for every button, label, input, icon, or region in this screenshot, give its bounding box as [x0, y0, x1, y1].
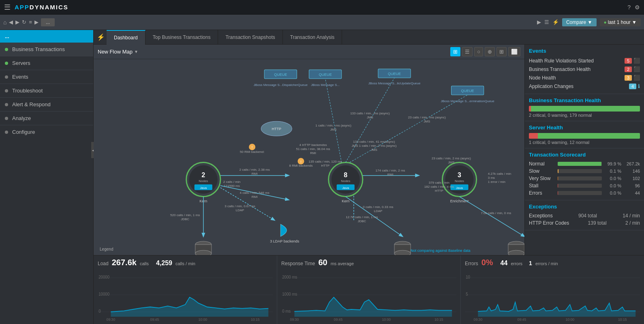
very-slow-bar-cell	[558, 176, 602, 180]
flow-gear-icon-btn[interactable]: ○	[474, 47, 483, 56]
scorecard-row-normal: Normal 99.9 % 267.2k	[529, 160, 640, 167]
svg-text:HTTP: HTTP	[272, 127, 282, 131]
grid-icon[interactable]: ☰	[544, 19, 549, 25]
errors-sub-label2: errors / min	[535, 261, 558, 266]
svg-text:4 HTTP backendss: 4 HTTP backendss	[300, 143, 327, 147]
sidebar-analyze-label: Analyze	[12, 115, 31, 121]
svg-text:3: 3	[458, 171, 461, 178]
tab-analysis[interactable]: Transaction Analysis	[283, 30, 342, 45]
svg-text:09:45: 09:45	[334, 317, 343, 322]
sidebar-item-alert[interactable]: Alert & Respond	[0, 98, 93, 111]
menu-nav-icon[interactable]: ≡	[29, 19, 32, 25]
svg-text:Kern: Kern	[342, 199, 349, 203]
flow-cluster-icon-btn[interactable]: ⊕	[485, 47, 495, 56]
topbar: ☰ APPDYNAMICS ? ⚙	[0, 0, 644, 15]
settings-icon[interactable]: ⚙	[635, 4, 640, 11]
http-errors-rate: 2 / min	[625, 220, 640, 226]
scorecard-row-slow: Slow 0.1 % 146	[529, 167, 640, 175]
tab-top-bt[interactable]: Top Business Transactions	[145, 30, 218, 45]
event-nh-icon: ⬛	[633, 75, 640, 81]
svg-text:JBoss Message S...: JBoss Message S...	[311, 83, 340, 87]
flow-map-svg: QUEUE QUEUE QUEUE QUEUE JBoss Message S.…	[94, 59, 524, 255]
sidebar-item-configure[interactable]: Configure	[0, 125, 93, 139]
bt-health-section: Business Transaction Health 2 critical, …	[525, 94, 644, 121]
time-label: last 1 hour ▼	[608, 19, 637, 25]
slow-count: 146	[621, 169, 640, 174]
svg-text:RMI: RMI	[252, 195, 258, 199]
event-bth-icon: ⬛	[633, 66, 640, 72]
back-icon[interactable]: ◀	[9, 19, 13, 25]
load-panel: Load 267.6k calls 4,259 calls / min 2000…	[94, 255, 277, 324]
load-unit: calls	[140, 261, 149, 266]
svg-text:JMS: JMS	[371, 148, 377, 152]
errors-sub-value1: 44	[501, 260, 508, 267]
svg-point-95	[195, 250, 212, 255]
time-selector[interactable]: ● last 1 hour ▼	[600, 18, 641, 26]
svg-text:QUEUE: QUEUE	[319, 73, 332, 77]
sidebar-item-analyze[interactable]: Analyze	[0, 112, 93, 125]
svg-text:Nodes: Nodes	[455, 179, 464, 183]
svg-text:1 error / min: 1 error / min	[488, 180, 505, 184]
svg-text:JMS: JMS	[448, 161, 454, 164]
svg-text:23 calls / min, 2 ms (async): 23 calls / min, 2 ms (async)	[432, 157, 471, 160]
svg-text:10:00: 10:00	[565, 317, 574, 322]
flow-expand-icon-btn[interactable]: ⊞	[496, 47, 507, 56]
home-icon[interactable]: ⌂	[3, 19, 6, 26]
breadcrumb[interactable]: ...	[41, 18, 55, 26]
stall-bar-fill	[558, 184, 558, 188]
svg-text:23 calls / min, -ms (async): 23 calls / min, -ms (async)	[408, 116, 446, 119]
menu-icon[interactable]: ☰	[4, 3, 11, 12]
event-hrv-count: 5	[625, 58, 632, 64]
bottom-metrics: Load 267.6k calls 4,259 calls / min 2000…	[94, 255, 644, 324]
sidebar-item-events[interactable]: Events	[0, 70, 93, 84]
tab-snapshots[interactable]: Transaction Snapshots	[218, 30, 282, 45]
compare-button[interactable]: Compare ▼	[562, 18, 597, 26]
server-health-bar	[529, 133, 640, 139]
right-panel: Events Health Rule Violations Started 5 …	[524, 45, 644, 255]
sidebar-item-servers[interactable]: Servers	[0, 56, 93, 70]
svg-text:LDAP: LDAP	[236, 208, 244, 212]
svg-text:JBoss Message S...erminationQu: JBoss Message S...erminationQueue	[441, 99, 494, 103]
flow-table-icon-btn[interactable]: ☰	[462, 47, 473, 56]
tab-bar: ⚡ Dashboard Top Business Transactions Tr…	[94, 30, 644, 45]
flow-title-dropdown[interactable]: New Flow Map ▼	[98, 49, 138, 55]
svg-text:Java: Java	[456, 186, 463, 190]
lightning-icon: ⚡	[97, 33, 105, 41]
event-hrv-icon: ⬛	[633, 58, 640, 64]
svg-text:10:15: 10:15	[434, 317, 443, 322]
sidebar-bt-label: Business Transactions	[12, 46, 65, 52]
event-row-4[interactable]: Application Changes 4 ℹ	[529, 82, 640, 90]
sidebar-servers-label: Servers	[12, 60, 30, 66]
svg-text:10:00: 10:00	[198, 317, 207, 322]
event-row-3[interactable]: Node Health 3 ⬛	[529, 73, 640, 82]
svg-text:Legend: Legend	[100, 247, 113, 251]
sidebar-item-troubleshoot[interactable]: Troubleshoot	[0, 84, 93, 97]
event-row-1[interactable]: Health Rule Violations Started 5 ⬛	[529, 56, 640, 65]
sidebar-top-item[interactable]: ...	[0, 30, 93, 43]
exceptions-section: Exceptions Exceptions 904 total 14 / min…	[525, 200, 644, 230]
errors-bar-cell	[558, 191, 602, 195]
svg-text:JMS: JMS	[330, 128, 337, 131]
svg-text:09:45: 09:45	[150, 317, 159, 322]
errors-sub-value2: 1	[529, 260, 532, 266]
svg-text:HTTP: HTTP	[435, 189, 443, 193]
help-icon[interactable]: ?	[627, 4, 631, 11]
svg-text:RMI: RMI	[310, 151, 316, 155]
flow-fullscreen-icon-btn[interactable]: ⬜	[508, 47, 520, 56]
flow-select-icon-btn[interactable]: ⊞	[450, 47, 460, 56]
svg-text:QUEUE: QUEUE	[388, 72, 401, 76]
tab-dashboard[interactable]: Dashboard	[107, 30, 145, 45]
clock-icon: ●	[604, 19, 607, 25]
event-row-2[interactable]: Business Transaction Health 2 ⬛	[529, 65, 640, 73]
event-ac-label: Application Changes	[529, 84, 573, 89]
forward-icon[interactable]: ▶	[15, 19, 19, 25]
svg-text:20000: 20000	[98, 275, 109, 280]
sidebar-item-business-transactions[interactable]: Business Transactions	[0, 43, 93, 56]
alert-dot	[5, 103, 8, 106]
normal-bar-fill	[558, 162, 601, 166]
record-icon[interactable]: ▶	[537, 19, 541, 25]
refresh-icon[interactable]: ↻	[22, 19, 26, 25]
response-time-panel: Response Time 60 ms average 2000 ms 1000…	[277, 255, 461, 324]
signal-icon[interactable]: ⚡	[552, 19, 559, 25]
load-title: Load	[98, 261, 109, 266]
